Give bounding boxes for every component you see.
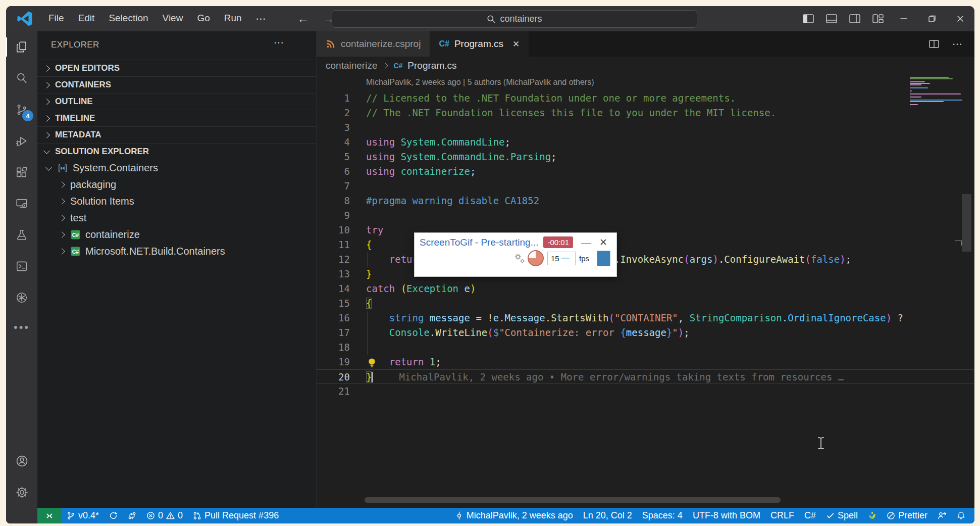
editor-more-icon[interactable]: ⋯ — [952, 38, 963, 50]
code-line-16[interactable]: 16 string message = !e.Message.StartsWit… — [317, 311, 974, 325]
dialog-record-button[interactable] — [597, 251, 610, 266]
dialog-minimize-icon[interactable]: — — [581, 240, 591, 245]
customize-layout-icon[interactable] — [866, 6, 890, 31]
breadcrumb-file[interactable]: Program.cs — [407, 60, 456, 71]
code-line-19[interactable]: 19 return 1; — [317, 355, 974, 369]
section-open-editors[interactable]: OPEN EDITORS — [37, 60, 316, 76]
solution-icon — [57, 163, 68, 174]
code-line-18[interactable]: 18 — [317, 340, 974, 355]
menu-more-icon[interactable]: ⋯ — [249, 13, 274, 25]
status-label: 0 — [178, 510, 183, 521]
status-right-feedback[interactable] — [933, 508, 952, 523]
close-button-icon[interactable] — [946, 6, 974, 31]
search-icon[interactable] — [6, 63, 37, 94]
fps-input[interactable]: 15 — [547, 252, 576, 265]
code-editor[interactable]: MichalPavlik, 2 weeks ago | 5 authors (M… — [317, 75, 974, 508]
status-right-utf-8-with-bom[interactable]: UTF-8 with BOM — [688, 508, 765, 523]
settings-gear-icon[interactable] — [6, 476, 37, 508]
text-cursor — [372, 372, 373, 382]
status-left-pull-request-#396[interactable]: Pull Request #396 — [188, 508, 284, 523]
explorer-icon[interactable] — [6, 31, 37, 63]
section-solution-explorer[interactable]: SOLUTION EXPLORER — [37, 143, 316, 160]
status-right-c#[interactable]: C# — [799, 508, 821, 523]
code-line-5[interactable]: 5using System.CommandLine.Parsing; — [317, 150, 974, 164]
code-line-2[interactable]: 2// The .NET Foundation licenses this fi… — [317, 106, 974, 120]
status-left-v0-4[interactable]: v0.4* — [62, 508, 104, 523]
horizontal-scrollbar[interactable] — [365, 497, 781, 503]
menu-go[interactable]: Go — [190, 13, 217, 25]
code-line-3[interactable]: 3 — [317, 120, 974, 135]
compass-icon[interactable] — [6, 282, 37, 313]
section-outline[interactable]: OUTLINE — [37, 93, 316, 110]
menu-view[interactable]: View — [156, 13, 190, 25]
tree-item-packaging[interactable]: packaging — [37, 176, 316, 193]
section-containers[interactable]: CONTAINERS — [37, 76, 316, 93]
menu-edit[interactable]: Edit — [71, 13, 102, 25]
source-control-icon[interactable]: 4 — [6, 94, 37, 125]
remote-indicator[interactable] — [37, 508, 62, 523]
toggle-panel-icon[interactable] — [820, 6, 843, 31]
dialog-settings-gears-icon[interactable] — [513, 252, 526, 265]
code-line-14[interactable]: 14catch (Exception e) — [317, 281, 974, 296]
code-line-1[interactable]: 1// Licensed to the .NET Foundation unde… — [317, 91, 974, 106]
tree-item-test[interactable]: test — [37, 210, 316, 226]
minimap[interactable] — [910, 75, 966, 108]
toggle-sidebar-icon[interactable] — [797, 6, 820, 31]
status-left-compare[interactable] — [123, 508, 141, 523]
testing-icon[interactable] — [6, 219, 37, 251]
tab-containerize-csproj[interactable]: containerize.csproj — [317, 31, 430, 57]
tab-program-cs[interactable]: C#Program.cs✕ — [430, 31, 529, 57]
lightbulb-icon[interactable] — [367, 357, 377, 368]
menu-selection[interactable]: Selection — [101, 13, 155, 25]
menu-file[interactable]: File — [41, 13, 71, 25]
tab-close-icon[interactable]: ✕ — [512, 39, 520, 50]
tree-item-system-containers[interactable]: System.Containers — [37, 160, 316, 176]
code-line-15[interactable]: 15{ — [317, 296, 974, 311]
code-line-20[interactable]: 20}MichalPavlik, 2 weeks ago • More erro… — [317, 369, 974, 384]
toggle-secondary-sidebar-icon[interactable] — [843, 6, 866, 31]
activity-more-icon[interactable]: ••• — [14, 313, 30, 342]
tree-item-containerize[interactable]: C#containerize — [37, 226, 316, 243]
status-right-ln-20-col-2[interactable]: Ln 20, Col 2 — [578, 508, 637, 523]
status-right-michalpavlik-2-weeks-ago[interactable]: MichalPavlik, 2 weeks ago — [450, 508, 578, 523]
code-line-6[interactable]: 6using containerize; — [317, 164, 974, 179]
command-center-search[interactable]: containers — [332, 10, 697, 28]
terminal-icon[interactable] — [6, 251, 37, 282]
remote-explorer-icon[interactable] — [6, 188, 37, 219]
minimize-button-icon[interactable] — [890, 6, 918, 31]
split-editor-icon[interactable] — [929, 40, 939, 48]
account-icon[interactable] — [6, 445, 37, 476]
nav-back-icon[interactable]: ← — [297, 12, 310, 26]
status-right-bell[interactable] — [952, 508, 970, 523]
run-debug-icon[interactable] — [6, 125, 37, 157]
extensions-icon[interactable] — [6, 157, 37, 188]
code-line-21[interactable]: 21 — [317, 384, 974, 399]
tab-label: containerize.csproj — [341, 38, 421, 50]
mouse-ibeam-cursor — [817, 437, 825, 450]
code-line-4[interactable]: 4using System.CommandLine; — [317, 135, 974, 150]
breadcrumb-folder[interactable]: containerize — [326, 60, 377, 71]
status-right-spaces-4[interactable]: Spaces: 4 — [637, 508, 688, 523]
code-line-8[interactable]: 8#pragma warning disable CA1852 — [317, 194, 974, 208]
status-right-crlf[interactable]: CRLF — [765, 508, 799, 523]
status-right-plant[interactable] — [863, 508, 882, 523]
code-line-9[interactable]: 9 — [317, 208, 974, 223]
codelens-blame[interactable]: MichalPavlik, 2 weeks ago | 5 authors (M… — [366, 78, 974, 90]
dialog-close-icon[interactable]: ✕ — [599, 236, 607, 248]
tree-item-label: Microsoft.NET.Build.Containers — [85, 246, 225, 257]
explorer-more-icon[interactable]: ⋯ — [274, 36, 285, 49]
tree-item-solution-items[interactable]: Solution Items — [37, 193, 316, 210]
status-left-0[interactable]: 00 — [141, 508, 188, 523]
menu-run[interactable]: Run — [217, 13, 249, 25]
code-line-17[interactable]: 17 Console.WriteLine($"Containerize: err… — [317, 325, 974, 340]
section-metadata[interactable]: METADATA — [37, 126, 316, 143]
tree-item-microsoft-net-build-containers[interactable]: C#Microsoft.NET.Build.Containers — [37, 243, 316, 260]
restore-button-icon[interactable] — [918, 6, 946, 31]
status-left-sync[interactable] — [104, 508, 123, 523]
section-timeline[interactable]: TIMELINE — [37, 110, 316, 126]
status-right-prettier[interactable]: Prettier — [882, 508, 933, 523]
line-number: 19 — [317, 355, 350, 369]
code-line-7[interactable]: 7 — [317, 179, 974, 194]
vertical-scrollbar[interactable] — [962, 194, 971, 252]
status-right-spell[interactable]: Spell — [821, 508, 863, 523]
